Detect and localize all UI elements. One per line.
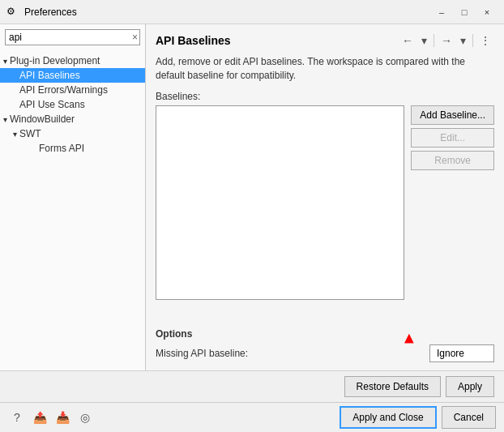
tree-label-plugin-development: Plug-in Development <box>10 55 100 66</box>
title-bar: ⚙ Preferences – □ × <box>0 0 504 24</box>
missing-api-dropdown[interactable]: Ignore Warning Error <box>429 344 494 362</box>
tree-group-windowbuilder: ▾ WindowBuilder ▾ SWT Forms API <box>0 112 145 156</box>
missing-api-label: Missing API baseline: <box>156 348 248 359</box>
apply-button[interactable]: Apply <box>446 376 494 397</box>
remove-button[interactable]: Remove <box>411 151 494 170</box>
search-box: × <box>5 29 140 45</box>
title-bar-controls: – □ × <box>431 4 498 20</box>
tree-item-swt[interactable]: ▾ SWT <box>10 126 145 141</box>
tree-item-api-baselines[interactable]: API Baselines <box>0 68 145 83</box>
add-baseline-button[interactable]: Add Baseline... <box>411 105 494 125</box>
tree-group-plugin-dev: ▾ Plug-in Development API Baselines API … <box>0 53 145 112</box>
apply-and-close-button[interactable]: Apply and Close <box>340 406 436 429</box>
restore-defaults-button[interactable]: Restore Defaults <box>344 376 441 397</box>
tree-label-api-errors: API Errors/Warnings <box>19 84 108 96</box>
import-icon[interactable]: 📥 <box>53 408 71 426</box>
preferences-icon: ⚙ <box>6 6 19 19</box>
content-area: × ▾ Plug-in Development API Baselines AP… <box>0 24 504 370</box>
tree-label-api-baselines: API Baselines <box>19 70 80 81</box>
dropdown-wrapper: Ignore Warning Error <box>429 344 494 362</box>
tree-item-plugin-development[interactable]: ▾ Plug-in Development <box>0 53 145 68</box>
view-menu-button[interactable]: ⋮ <box>476 32 494 49</box>
forward-button[interactable]: → <box>438 32 455 49</box>
baselines-buttons: Add Baseline... Edit... Remove <box>411 105 494 320</box>
chevron-down-icon: ▾ <box>3 57 7 66</box>
right-panel: API Baselines ← ▾ → ▾ ⋮ Add, remove or e… <box>146 24 504 370</box>
nav-separator-2 <box>472 34 473 47</box>
search-input[interactable] <box>9 32 130 43</box>
bottom-buttons: Restore Defaults Apply <box>0 370 504 402</box>
tree-subgroup-swt: ▾ SWT Forms API <box>0 126 145 156</box>
chevron-down-icon: ▾ <box>3 115 7 124</box>
baselines-label: Baselines: <box>156 91 494 102</box>
tree-item-forms-api[interactable]: Forms API <box>10 141 145 156</box>
tree-item-api-errors[interactable]: API Errors/Warnings <box>0 83 145 97</box>
baselines-list[interactable] <box>156 105 404 300</box>
chevron-down-icon: ▾ <box>13 130 17 139</box>
tree-label-windowbuilder: WindowBuilder <box>10 113 75 125</box>
options-section: Options ▼ Missing API baseline: Ignore W… <box>156 328 494 362</box>
left-panel: × ▾ Plug-in Development API Baselines AP… <box>0 24 146 370</box>
minimize-button[interactable]: – <box>431 4 452 20</box>
maximize-button[interactable]: □ <box>454 4 475 20</box>
options-row: ▼ Missing API baseline: Ignore Warning E… <box>156 344 494 362</box>
right-panel-title: API Baselines <box>156 34 231 47</box>
tree-label-swt: SWT <box>19 128 41 139</box>
edit-button[interactable]: Edit... <box>411 128 494 148</box>
window-title: Preferences <box>24 6 77 18</box>
description-text: Add, remove or edit API baselines. The w… <box>156 55 494 83</box>
help-icon[interactable]: ? <box>8 408 26 426</box>
cancel-button[interactable]: Cancel <box>442 406 496 429</box>
forward-dropdown-button[interactable]: ▾ <box>457 32 469 49</box>
footer-buttons: Apply and Close Cancel <box>340 406 496 429</box>
search-clear-button[interactable]: × <box>130 32 139 43</box>
tree-item-windowbuilder[interactable]: ▾ WindowBuilder <box>0 112 145 126</box>
settings-icon[interactable]: ◎ <box>76 408 94 426</box>
back-button[interactable]: ← <box>399 32 416 49</box>
options-title: Options <box>156 328 494 340</box>
tree-label-api-use-scans: API Use Scans <box>19 99 85 110</box>
tree-area: ▾ Plug-in Development API Baselines API … <box>0 50 145 370</box>
footer-icons: ? 📤 📥 ◎ <box>8 408 94 426</box>
right-header: API Baselines ← ▾ → ▾ ⋮ <box>156 32 494 49</box>
back-dropdown-button[interactable]: ▾ <box>418 32 430 49</box>
nav-buttons: ← ▾ → ▾ ⋮ <box>399 32 494 49</box>
title-bar-left: ⚙ Preferences <box>6 6 77 19</box>
footer: ? 📤 📥 ◎ Apply and Close Cancel <box>0 402 504 432</box>
export-icon[interactable]: 📤 <box>31 408 49 426</box>
baselines-row: Add Baseline... Edit... Remove <box>156 105 494 320</box>
nav-separator <box>434 34 434 47</box>
main-layout: × ▾ Plug-in Development API Baselines AP… <box>0 24 504 432</box>
close-button[interactable]: × <box>476 4 498 20</box>
tree-label-forms-api: Forms API <box>39 143 84 154</box>
tree-item-api-use-scans[interactable]: API Use Scans <box>0 97 145 112</box>
